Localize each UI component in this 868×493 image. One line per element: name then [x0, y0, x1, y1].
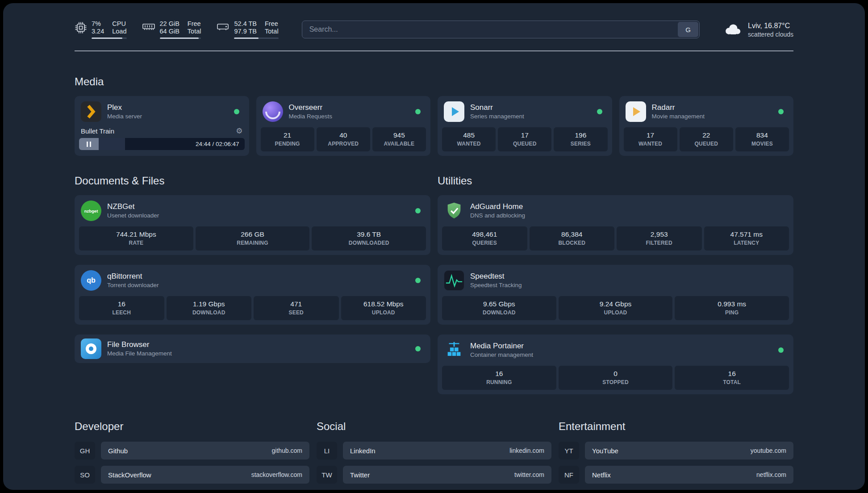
status-dot	[415, 109, 421, 114]
bookmark-name: YouTube	[592, 447, 618, 455]
stat-label: DOWNLOAD	[443, 309, 555, 316]
stat-value: 744.21 Mbps	[80, 230, 192, 238]
stat-upload: 618.52 MbpsUPLOAD	[341, 296, 426, 320]
section-title-documents: Documents & Files	[75, 175, 430, 187]
bookmark-link[interactable]: Githubgithub.com	[101, 442, 309, 460]
status-dot	[778, 347, 784, 353]
stat-value: 39.6 TB	[313, 230, 425, 238]
stat-label: RATE	[80, 240, 192, 246]
disk-values: 52.4 TB 97.9 TB	[234, 20, 257, 35]
utilities-column: Utilities AdGuard Home	[438, 175, 793, 394]
bookmark-name: StackOverflow	[108, 471, 151, 479]
stat-label: QUEUED	[499, 141, 551, 147]
stat-value: 16	[443, 369, 555, 378]
memory-values: 22 GiB 64 GiB	[160, 20, 179, 35]
bookmark-link[interactable]: YouTubeyoutube.com	[585, 442, 793, 460]
bookmark-name: Github	[108, 447, 128, 455]
free-label: Free	[265, 20, 279, 28]
stat-value: 2,953	[618, 230, 701, 238]
topbar-divider	[75, 50, 793, 51]
card-sonarr[interactable]: Sonarr Series management 485WANTED17QUEU…	[438, 96, 612, 156]
stat-label: WANTED	[625, 141, 676, 147]
card-filebrowser[interactable]: File Browser Media File Management	[75, 334, 430, 363]
stat-value: 0.993 ms	[676, 300, 788, 308]
stat-available: 945AVAILABLE	[372, 127, 426, 151]
plex-progress-bar[interactable]: 24:44 / 02:06:47	[79, 138, 245, 150]
overseerr-icon	[263, 101, 283, 122]
memory-icon	[142, 21, 155, 32]
cpu-values: 7% 3.24	[92, 20, 104, 35]
stat-value: 16	[676, 369, 788, 378]
bookmark-linkedin[interactable]: LILinkedInlinkedin.com	[317, 442, 551, 460]
cpu-label: CPU	[112, 20, 126, 28]
qbittorrent-icon-text: qb	[87, 276, 96, 284]
card-speedtest[interactable]: Speedtest Speedtest Tracking 9.65 GbpsDO…	[438, 265, 793, 325]
cpu-labels: CPU Load	[112, 20, 126, 35]
disk-labels: Free Total	[265, 20, 279, 35]
search-provider-button[interactable]: G	[678, 22, 698, 37]
pause-button[interactable]	[79, 138, 99, 150]
bookmark-twitter[interactable]: TWTwittertwitter.com	[317, 466, 551, 484]
app-name: qBittorrent	[107, 272, 159, 281]
section-title-media: Media	[75, 75, 793, 88]
memory-labels: Free Total	[188, 20, 201, 35]
cloud-icon	[723, 22, 743, 37]
bookmarks-entertainment: Entertainment YTYouTubeyoutube.comNFNetf…	[559, 420, 793, 490]
stat-value: 9.65 Gbps	[443, 300, 555, 308]
stat-label: APPROVED	[317, 141, 369, 147]
card-plex[interactable]: Plex Media server Bullet Train ⚙	[75, 96, 249, 156]
bookmark-link[interactable]: StackOverflowstackoverflow.com	[101, 466, 309, 484]
bookmark-link[interactable]: LinkedInlinkedin.com	[343, 442, 551, 460]
status-dot	[415, 346, 421, 351]
bookmark-link[interactable]: Twittertwitter.com	[343, 466, 551, 484]
bookmark-stackoverflow[interactable]: SOStackOverflowstackoverflow.com	[75, 466, 309, 484]
radarr-stats: 17WANTED22QUEUED834MOVIES	[624, 127, 789, 151]
app-subtitle: Speedtest Tracking	[470, 281, 522, 289]
app-subtitle: Movie management	[652, 113, 705, 121]
bookmark-netflix[interactable]: NFNetflixnetflix.com	[559, 466, 793, 484]
card-qbittorrent[interactable]: qb qBittorrent Torrent downloader 16LEEC…	[75, 265, 430, 325]
status-dot	[597, 109, 602, 114]
search-input[interactable]	[302, 21, 700, 38]
qbittorrent-icon: qb	[81, 270, 101, 291]
app-name: Sonarr	[470, 103, 524, 113]
portainer-stats: 16RUNNING0STOPPED16TOTAL	[442, 366, 789, 390]
gear-icon[interactable]: ⚙	[236, 127, 242, 135]
app-subtitle: Container management	[470, 351, 533, 359]
app-subtitle: Media Requests	[289, 113, 333, 121]
card-adguard[interactable]: AdGuard Home DNS and adblocking 498,461Q…	[438, 195, 793, 255]
nzbget-icon: nzbget	[81, 201, 101, 221]
stat-value: 40	[317, 131, 369, 139]
stat-value: 17	[499, 131, 551, 139]
bookmark-link[interactable]: Netflixnetflix.com	[585, 466, 793, 484]
bookmark-youtube[interactable]: YTYouTubeyoutube.com	[559, 442, 793, 460]
card-radarr[interactable]: Radarr Movie management 17WANTED22QUEUED…	[619, 96, 794, 156]
stat-queries: 498,461QUERIES	[442, 226, 527, 251]
stat-downloaded: 39.6 TBDOWNLOADED	[312, 226, 426, 251]
stat-seed: 471SEED	[254, 296, 339, 320]
overseerr-stats: 21PENDING40APPROVED945AVAILABLE	[261, 127, 426, 151]
stat-label: TOTAL	[676, 379, 788, 386]
total-label: Total	[265, 28, 279, 35]
app-name: AdGuard Home	[470, 202, 525, 212]
card-portainer[interactable]: Media Portainer Container management 16R…	[438, 334, 793, 394]
stat-leech: 16LEECH	[79, 296, 164, 320]
memory-widget: 22 GiB 64 GiB Free Total	[142, 20, 201, 39]
stat-label: PENDING	[262, 141, 313, 147]
stat-value: 47.571 ms	[705, 230, 789, 238]
stat-rate: 744.21 MbpsRATE	[79, 226, 193, 251]
card-overseerr[interactable]: Overseerr Media Requests 21PENDING40APPR…	[256, 96, 431, 156]
stat-movies: 834MOVIES	[735, 127, 789, 151]
weather-location: Lviv, 16.87°C	[748, 21, 793, 30]
stat-value: 485	[443, 131, 495, 139]
disk-free: 52.4 TB	[234, 20, 257, 28]
free-label: Free	[188, 20, 201, 28]
bookmark-github[interactable]: GHGithubgithub.com	[75, 442, 309, 460]
bookmark-url: twitter.com	[514, 471, 544, 478]
stat-value: 498,461	[443, 230, 526, 238]
disk-icon	[216, 21, 230, 32]
card-nzbget[interactable]: nzbget NZBGet Usenet downloader 744.21 M…	[75, 195, 430, 255]
app-name: Plex	[107, 103, 142, 113]
stat-label: QUERIES	[443, 240, 526, 246]
stat-value: 86,384	[530, 230, 614, 238]
